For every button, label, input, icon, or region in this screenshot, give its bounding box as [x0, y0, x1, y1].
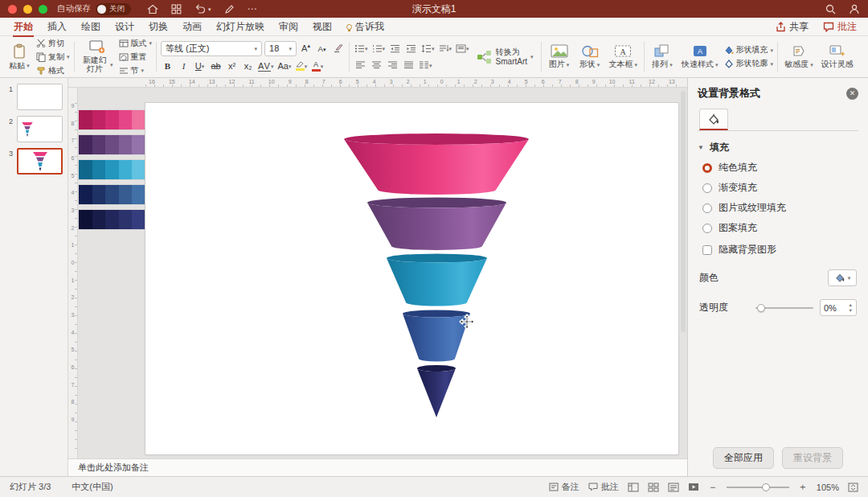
slide-thumbnail-3[interactable]: 3 [6, 148, 63, 175]
justify-button[interactable] [402, 59, 416, 72]
transparency-slider[interactable] [755, 303, 813, 313]
underline-button[interactable]: U▾ [193, 60, 207, 73]
convert-to-smartart-button[interactable]: 转换为 SmartArt ▾ [473, 47, 537, 67]
shape-outline-button[interactable]: 形状轮廓▾ [724, 58, 774, 69]
align-center-button[interactable] [370, 59, 383, 72]
paste-button[interactable]: 粘贴▾ [6, 43, 33, 72]
tab-动画[interactable]: 动画 [175, 17, 209, 36]
line-spacing-button[interactable]: ▾ [420, 42, 436, 55]
align-left-button[interactable] [354, 59, 367, 72]
font-name-select[interactable]: 等线 (正文)▾ [161, 41, 262, 56]
slide-thumbnail-1[interactable]: 1 [6, 84, 63, 110]
subscript-button[interactable]: x₂ [241, 60, 255, 73]
decrease-indent-button[interactable] [388, 42, 402, 55]
minimize-window-button[interactable] [23, 5, 32, 14]
character-spacing-button[interactable]: AV▾ [257, 60, 274, 73]
share-button[interactable]: 共享 [776, 20, 809, 34]
normal-view-button[interactable] [628, 483, 639, 492]
copy-button[interactable]: 复制▾ [36, 51, 70, 63]
funnel-segment-1[interactable] [344, 139, 529, 195]
quick-styles-button[interactable]: A 快速样式▾ [679, 43, 721, 70]
tab-视图[interactable]: 视图 [305, 17, 339, 36]
layout-button[interactable]: 版式▾ [119, 38, 153, 49]
bullet-list-button[interactable]: ▾ [354, 42, 369, 55]
font-size-select[interactable]: 18▾ [264, 41, 297, 56]
undo-icon[interactable]: ▾ [194, 4, 211, 14]
new-slide-button[interactable]: 新建幻灯片▾ [79, 39, 116, 75]
section-button[interactable]: 节▾ [119, 65, 153, 76]
fill-tab[interactable] [699, 109, 728, 130]
funnel-segment-5[interactable] [417, 368, 456, 417]
slider-thumb[interactable] [757, 304, 765, 312]
bold-button[interactable]: B [161, 60, 174, 73]
funnel-segment-3[interactable] [387, 258, 487, 306]
cut-button[interactable]: 剪切 [36, 38, 70, 49]
close-window-button[interactable] [8, 5, 17, 14]
slide-3-thumb[interactable] [17, 148, 63, 175]
text-direction-button[interactable]: ▾ [438, 42, 453, 55]
increase-font-size-button[interactable]: A▴ [299, 42, 313, 55]
tab-开始[interactable]: 开始 [6, 17, 40, 36]
tab-幻灯片放映[interactable]: 幻灯片放映 [209, 17, 272, 36]
insert-picture-button[interactable]: 图片▾ [546, 43, 573, 70]
close-panel-button[interactable]: ✕ [846, 88, 858, 100]
tab-审阅[interactable]: 审阅 [272, 17, 305, 36]
more-icon[interactable]: ⋯ [248, 3, 258, 14]
language-indicator[interactable]: 中文(中国) [72, 481, 113, 493]
autosave-control[interactable]: 自动保存 关闭 [57, 3, 131, 15]
color-strip-1[interactable] [79, 110, 145, 129]
clear-formatting-button[interactable] [331, 42, 345, 55]
color-strip-3[interactable] [79, 160, 145, 179]
notes-pane[interactable]: 单击此处添加备注 [68, 458, 687, 476]
zoom-window-button[interactable] [39, 5, 47, 14]
columns-button[interactable]: ▾ [418, 59, 433, 72]
fill-option-图案填充[interactable]: 图案填充 [702, 221, 858, 235]
zoom-slider[interactable] [727, 483, 789, 492]
comments-toggle-button[interactable]: 批注 [588, 481, 619, 493]
reset-button[interactable]: 重置 [119, 51, 153, 63]
pen-icon[interactable] [224, 4, 235, 14]
slide-editing-surface[interactable] [145, 103, 678, 454]
slideshow-view-button[interactable] [688, 483, 699, 492]
strikethrough-button[interactable]: ab [209, 60, 223, 73]
arrange-button[interactable]: 排列▾ [649, 43, 676, 70]
autosave-toggle[interactable]: 关闭 [96, 3, 131, 15]
comments-button[interactable]: 批注 [823, 20, 857, 34]
canvas-scrollbar[interactable] [681, 91, 686, 332]
reset-background-button[interactable]: 重设背景 [782, 447, 843, 469]
format-painter-button[interactable]: 格式 [36, 65, 70, 76]
shape-fill-button[interactable]: 形状填充▾ [724, 44, 774, 55]
slide-2-thumb[interactable] [17, 116, 63, 142]
design-ideas-button[interactable]: 设计灵感 [819, 43, 856, 70]
numbered-list-button[interactable]: ▾ [371, 42, 387, 55]
search-icon[interactable] [825, 4, 836, 14]
align-right-button[interactable] [386, 59, 399, 72]
fill-option-纯色填充[interactable]: 纯色填充 [702, 161, 858, 175]
fit-to-window-button[interactable] [848, 483, 858, 492]
sensitivity-button[interactable]: 敏感度▾ [782, 43, 816, 70]
slide-thumbnail-2[interactable]: 2 [6, 116, 63, 142]
zoom-level[interactable]: 105% [817, 483, 839, 492]
tab-告诉我[interactable]: 告诉我 [339, 17, 391, 36]
insert-shapes-button[interactable]: 形状▾ [576, 43, 604, 70]
align-text-vertical-button[interactable]: ▾ [455, 42, 470, 55]
zoom-in-button[interactable]: ＋ [798, 480, 808, 494]
superscript-button[interactable]: x² [225, 60, 239, 73]
tab-插入[interactable]: 插入 [40, 17, 74, 36]
zoom-slider-thumb[interactable] [762, 483, 770, 491]
slide-1-thumb[interactable] [17, 84, 63, 110]
italic-button[interactable]: I [177, 60, 190, 73]
color-strip-2[interactable] [79, 135, 145, 154]
insert-textbox-button[interactable]: A 文本框▾ [607, 43, 641, 70]
increase-indent-button[interactable] [404, 42, 418, 55]
fill-section-header[interactable]: ▼ 填充 [698, 141, 858, 154]
reading-view-button[interactable] [668, 483, 679, 492]
home-icon[interactable] [147, 4, 158, 14]
transparency-value-input[interactable]: 0% ▲▼ [820, 299, 857, 316]
tab-设计[interactable]: 设计 [108, 17, 141, 36]
tab-切换[interactable]: 切换 [141, 17, 175, 36]
highlight-color-button[interactable]: ▾ [294, 60, 308, 73]
notes-toggle-button[interactable]: 备注 [549, 481, 579, 493]
funnel-segment-2[interactable] [367, 203, 506, 250]
color-strip-4[interactable] [79, 185, 145, 204]
